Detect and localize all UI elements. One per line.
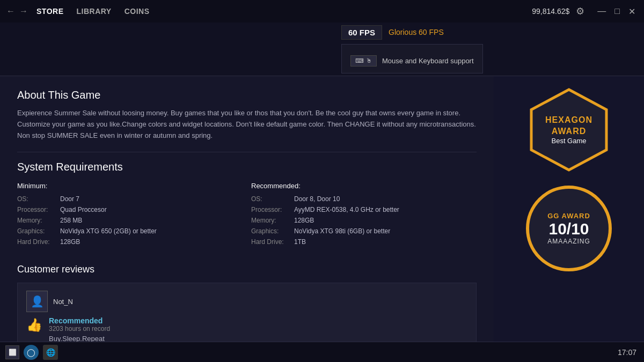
menu-store[interactable]: STORE (36, 7, 63, 16)
menu-coins[interactable]: COINS (125, 7, 150, 16)
fps-badge: 60 FPS (341, 25, 382, 40)
sysreq-recommended: Recommended: OS: Door 8, Door 10 Process… (251, 182, 477, 249)
hexagon-award: HEXAGON AWARD Best Game (526, 87, 612, 173)
rec-os-row: OS: Door 8, Door 10 (251, 195, 477, 203)
hexagon-title-line1: HEXAGON (545, 115, 592, 126)
rec-processor-row: Processor: AyyMD REX-0538, 4.0 GHz or be… (251, 206, 477, 213)
circle-label: GG AWARD (547, 212, 590, 220)
maximize-button[interactable]: □ (612, 6, 622, 17)
review-content-1: Recommended 3203 hours on record Buy.Sle… (49, 316, 110, 342)
review-text-1: Buy.Sleep.Repeat (49, 335, 110, 342)
search-icon: ◯ (27, 348, 35, 357)
recommended-header: Recommended: (251, 182, 477, 190)
circle-score: 10/10 (548, 220, 589, 238)
rec-memory-row: Memory: 128GB (251, 217, 477, 224)
review-card: 👤 Not_N 👍 Recommended 3203 hours on reco… (17, 283, 477, 342)
info-bar: 60 FPS Glorious 60 FPS ⌨ 🖱 Mouse and Key… (0, 23, 644, 76)
sysreq-grid: Minimum: OS: Door 7 Processor: Quad Proc… (17, 182, 477, 249)
reviews-title: Customer reviews (17, 264, 477, 275)
min-graphics-row: Graphics: NoVidya XTG 650 (2GB) or bette… (17, 227, 243, 235)
content-area: About This Game Expierence Summer Sale w… (0, 76, 494, 342)
review-header-1: 👤 Not_N (26, 291, 467, 312)
back-button[interactable]: ← (6, 6, 15, 16)
balance-display: 99,814.62$ (532, 7, 569, 16)
right-sidebar: HEXAGON AWARD Best Game GG AWARD 10/10 A… (494, 76, 644, 342)
review-body-1: 👍 Recommended 3203 hours on record Buy.S… (26, 316, 467, 342)
review-hours-1: 3203 hours on record (49, 325, 110, 333)
titlebar: ← → STORE LIBRARY COINS 99,814.62$ ⚙ — □… (0, 0, 644, 23)
circle-award: GG AWARD 10/10 AMAAAZING (526, 186, 612, 271)
keyboard-mouse-icon: ⌨ 🖱 (350, 55, 377, 67)
min-harddrive-row: Hard Drive: 128GB (17, 238, 243, 246)
titlebar-right: 99,814.62$ ⚙ — □ ✕ (532, 5, 638, 17)
nav-controls: ← → (6, 6, 28, 16)
forward-button[interactable]: → (19, 6, 28, 16)
thumbup-icon-1: 👍 (26, 317, 42, 333)
main-menu: STORE LIBRARY COINS (36, 7, 150, 16)
about-title: About This Game (17, 89, 477, 101)
menu-library[interactable]: LIBRARY (76, 7, 111, 16)
mouse-icon: 🖱 (366, 57, 372, 64)
circle-subtitle: AMAAAZING (547, 238, 590, 245)
globe-icon: 🌐 (46, 348, 55, 357)
sysreq-minimum: Minimum: OS: Door 7 Processor: Quad Proc… (17, 182, 243, 249)
support-text: Mouse and Keyboard support (382, 57, 474, 65)
reviewer-name-1: Not_N (53, 298, 73, 306)
window-controls: — □ ✕ (595, 6, 638, 17)
review-recommended-1: Recommended (49, 316, 110, 325)
minimize-button[interactable]: — (595, 6, 608, 17)
min-processor-row: Processor: Quad Proccesor (17, 206, 243, 213)
start-icon: ⬜ (9, 349, 17, 356)
input-support-panel: ⌨ 🖱 Mouse and Keyboard support (341, 44, 483, 73)
min-os-row: OS: Door 7 (17, 195, 243, 203)
globe-button[interactable]: 🌐 (43, 345, 58, 360)
taskbar-time: 17:07 (618, 348, 636, 357)
rec-harddrive-row: Hard Drive: 1TB (251, 238, 477, 246)
settings-icon[interactable]: ⚙ (576, 5, 584, 17)
start-button[interactable]: ⬜ (5, 345, 19, 359)
fps-description: Glorious 60 FPS (389, 28, 444, 36)
avatar-1: 👤 (26, 291, 48, 312)
sysreq-title: System Requirements (17, 161, 477, 173)
hexagon-title-line2: AWARD (545, 126, 592, 137)
hexagon-subtitle: Best Game (545, 137, 592, 145)
minimum-header: Minimum: (17, 182, 243, 190)
keyboard-icon: ⌨ (355, 57, 364, 64)
rec-graphics-row: Graphics: NoVidya XTG 98ti (6GB) or bett… (251, 227, 477, 235)
about-text: Expierence Summer Sale without loosing m… (17, 108, 477, 141)
search-button[interactable]: ◯ (24, 345, 39, 360)
min-memory-row: Memory: 258 MB (17, 217, 243, 224)
main-layout: About This Game Expierence Summer Sale w… (0, 76, 644, 342)
taskbar: ⬜ ◯ 🌐 17:07 (0, 342, 644, 362)
close-button[interactable]: ✕ (626, 6, 638, 17)
